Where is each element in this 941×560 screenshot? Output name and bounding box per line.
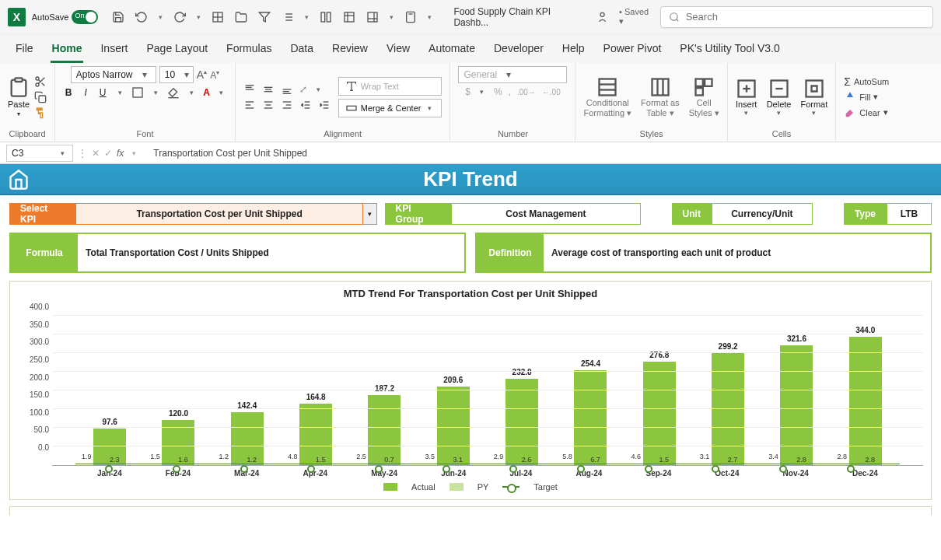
search-box[interactable] bbox=[660, 6, 933, 28]
border-icon[interactable] bbox=[131, 86, 144, 99]
align-center-icon[interactable] bbox=[262, 99, 275, 111]
chevron-down-icon[interactable]: ▾ bbox=[159, 13, 163, 21]
enter-icon[interactable]: ✓ bbox=[104, 148, 112, 159]
fx-icon[interactable]: fx bbox=[117, 148, 124, 159]
undo-icon[interactable] bbox=[135, 11, 148, 23]
align-top-icon[interactable] bbox=[243, 83, 256, 96]
chevron-down-icon: ▾ bbox=[17, 110, 20, 117]
kpi-trend-banner: KPI Trend bbox=[0, 164, 941, 195]
decrease-font-icon[interactable]: A▾ bbox=[210, 69, 219, 81]
bar-Jan-24: 97.61.92.3 bbox=[91, 429, 128, 465]
align-middle-icon[interactable] bbox=[262, 83, 275, 96]
tab-data[interactable]: Data bbox=[289, 37, 315, 63]
tab-view[interactable]: View bbox=[385, 37, 411, 63]
format-cells-button[interactable]: Format▾ bbox=[800, 78, 827, 117]
formula-box: Formula Total Transportation Cost / Unit… bbox=[9, 233, 466, 273]
open-icon[interactable] bbox=[235, 11, 247, 23]
pivot-icon[interactable] bbox=[366, 11, 379, 23]
chevron-down-icon[interactable]: ▾ bbox=[428, 13, 432, 21]
cancel-icon[interactable]: ✕ bbox=[92, 148, 100, 159]
borders-icon[interactable] bbox=[212, 11, 224, 23]
name-box[interactable]: C3▾ bbox=[6, 145, 73, 162]
format-as-table-button[interactable]: Format asTable ▾ bbox=[641, 76, 680, 117]
chevron-down-icon[interactable]: ▾ bbox=[114, 89, 125, 96]
align-left-icon[interactable] bbox=[243, 99, 256, 111]
calculator-icon[interactable] bbox=[404, 11, 417, 23]
currency-icon[interactable]: $ bbox=[465, 86, 471, 97]
ribbon-tabs: File Home Insert Page Layout Formulas Da… bbox=[0, 34, 941, 63]
fill-button[interactable]: Fill ▾ bbox=[844, 91, 889, 103]
bar-May-24: 187.22.50.7 bbox=[366, 395, 403, 465]
wrap-text-button[interactable]: Wrap Text bbox=[338, 77, 443, 96]
definition-label: Definition bbox=[477, 234, 544, 271]
tab-power-pivot[interactable]: Power Pivot bbox=[602, 37, 663, 63]
tab-help[interactable]: Help bbox=[561, 37, 586, 63]
number-format-combo[interactable]: General▾ bbox=[458, 66, 567, 83]
bold-button[interactable]: B bbox=[63, 87, 74, 98]
filter-icon[interactable] bbox=[258, 11, 271, 23]
comma-icon[interactable]: , bbox=[509, 86, 511, 97]
ribbon: Paste ▾ Clipboard Aptos Narrow▾ 10▾ A▴ A… bbox=[0, 63, 941, 142]
saved-status[interactable]: • Saved ▾ bbox=[619, 7, 654, 26]
tab-file[interactable]: File bbox=[14, 37, 35, 63]
home-icon[interactable] bbox=[8, 169, 30, 191]
merge-center-button[interactable]: Merge & Center▾ bbox=[338, 99, 443, 117]
percent-icon[interactable]: % bbox=[494, 86, 502, 97]
tab-home[interactable]: Home bbox=[51, 37, 84, 63]
autosum-button[interactable]: ΣAutoSum bbox=[844, 75, 889, 88]
tab-review[interactable]: Review bbox=[331, 37, 369, 63]
tab-insert[interactable]: Insert bbox=[99, 37, 129, 63]
insert-cells-button[interactable]: Insert▾ bbox=[736, 78, 757, 117]
redo-icon[interactable] bbox=[173, 11, 186, 23]
orientation-icon[interactable]: ⤢ bbox=[299, 84, 307, 95]
delete-cells-button[interactable]: Delete▾ bbox=[767, 78, 792, 117]
tab-automate[interactable]: Automate bbox=[427, 37, 477, 63]
increase-font-icon[interactable]: A▴ bbox=[197, 68, 207, 81]
autosave-toggle[interactable]: AutoSave On bbox=[32, 10, 99, 24]
indent-increase-icon[interactable] bbox=[318, 99, 331, 111]
indent-decrease-icon[interactable] bbox=[299, 99, 312, 111]
group-cells: Insert▾ Delete▾ Format▾ Cells bbox=[728, 63, 837, 142]
underline-button[interactable]: U bbox=[97, 87, 108, 98]
search-input[interactable] bbox=[686, 11, 925, 23]
cell-styles-button[interactable]: CellStyles ▾ bbox=[689, 76, 719, 117]
fill-color-icon[interactable] bbox=[167, 86, 180, 99]
format-painter-icon[interactable] bbox=[34, 107, 47, 119]
font-size-combo[interactable]: 10▾ bbox=[159, 66, 194, 83]
table-icon[interactable] bbox=[343, 11, 355, 23]
tab-developer[interactable]: Developer bbox=[492, 37, 545, 63]
decrease-decimal-icon[interactable]: ←.00 bbox=[542, 88, 561, 96]
clear-button[interactable]: Clear ▾ bbox=[844, 107, 889, 119]
tab-formulas[interactable]: Formulas bbox=[225, 37, 273, 63]
cut-icon[interactable] bbox=[34, 75, 47, 88]
share-icon[interactable] bbox=[596, 11, 608, 23]
save-icon[interactable] bbox=[112, 11, 124, 23]
svg-line-22 bbox=[676, 19, 678, 21]
tab-page-layout[interactable]: Page Layout bbox=[145, 37, 209, 63]
type-label: Type bbox=[844, 203, 887, 225]
formula-input[interactable]: Transportation Cost per Unit Shipped bbox=[144, 148, 935, 159]
conditional-formatting-button[interactable]: ConditionalFormatting ▾ bbox=[583, 76, 631, 117]
align-bottom-icon[interactable] bbox=[281, 83, 293, 96]
sort-icon[interactable] bbox=[282, 11, 294, 23]
bar-Oct-24: 299.23.12.7 bbox=[709, 353, 747, 465]
font-name-combo[interactable]: Aptos Narrow▾ bbox=[71, 66, 156, 83]
italic-button[interactable]: I bbox=[80, 87, 91, 98]
select-kpi-value[interactable]: Transportation Cost per Unit Shipped bbox=[75, 203, 363, 225]
freeze-icon[interactable] bbox=[320, 11, 332, 23]
switch-icon[interactable]: On bbox=[72, 10, 98, 24]
align-right-icon[interactable] bbox=[281, 99, 293, 111]
chevron-down-icon[interactable]: ▾ bbox=[305, 13, 309, 21]
copy-icon[interactable] bbox=[34, 91, 47, 103]
select-kpi-dropdown[interactable]: ▾ bbox=[363, 203, 377, 225]
legend-swatch-target bbox=[502, 486, 519, 488]
increase-decimal-icon[interactable]: .00→ bbox=[517, 88, 536, 96]
tab-pk-utility[interactable]: PK's Utility Tool V3.0 bbox=[678, 37, 781, 63]
chevron-down-icon[interactable]: ▾ bbox=[390, 13, 394, 21]
group-editing: ΣAutoSum Fill ▾ Clear ▾ bbox=[836, 63, 897, 142]
group-number: General▾ $▾ % , .00→ ←.00 Number bbox=[450, 63, 575, 142]
chevron-down-icon[interactable]: ▾ bbox=[197, 13, 201, 21]
svg-point-20 bbox=[600, 12, 604, 16]
paste-button[interactable]: Paste ▾ bbox=[8, 76, 30, 117]
font-color-icon[interactable]: A bbox=[203, 87, 210, 98]
